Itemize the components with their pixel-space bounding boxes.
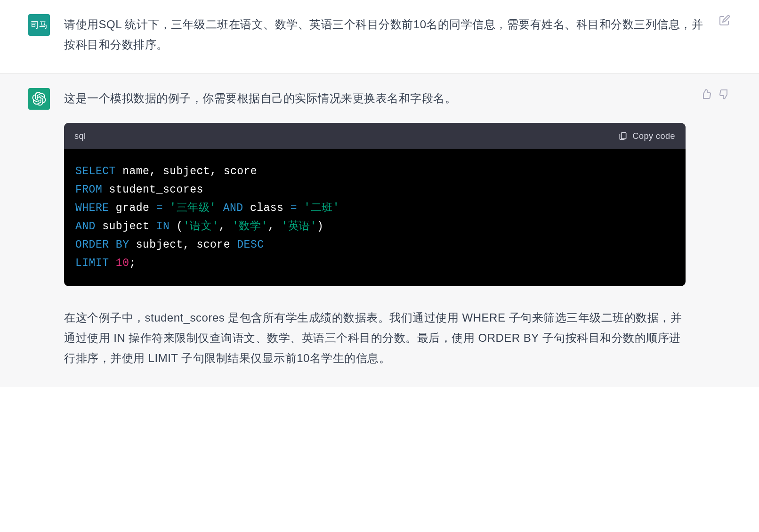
code-token: IN bbox=[156, 220, 170, 233]
clipboard-icon bbox=[618, 131, 628, 141]
code-token bbox=[297, 202, 304, 214]
code-token: ( bbox=[170, 220, 183, 233]
openai-logo-icon bbox=[32, 92, 46, 106]
code-token: , bbox=[268, 220, 282, 233]
code-token: '三年级' bbox=[170, 202, 216, 214]
assistant-avatar bbox=[28, 88, 50, 110]
assistant-actions bbox=[700, 88, 731, 368]
code-token bbox=[109, 257, 116, 269]
user-message-row: 司马 请使用SQL 统计下，三年级二班在语文、数学、英语三个科目分数前10名的同… bbox=[0, 0, 759, 74]
code-token: ORDER bbox=[75, 239, 109, 251]
code-body: SELECT name, subject, score FROM student… bbox=[64, 149, 686, 286]
user-message-content: 请使用SQL 统计下，三年级二班在语文、数学、英语三个科目分数前10名的同学信息… bbox=[64, 14, 704, 55]
code-token: LIMIT bbox=[75, 257, 109, 269]
code-token: WHERE bbox=[75, 202, 109, 214]
edit-icon[interactable] bbox=[719, 14, 731, 26]
user-avatar-text: 司马 bbox=[31, 19, 48, 31]
code-token: = bbox=[291, 202, 297, 214]
code-token: , bbox=[218, 220, 232, 233]
code-token: name, subject, score bbox=[116, 165, 257, 177]
code-token: DESC bbox=[237, 239, 264, 251]
code-token: BY bbox=[116, 239, 129, 251]
code-token bbox=[163, 202, 170, 214]
copy-code-button[interactable]: Copy code bbox=[618, 129, 675, 144]
code-block: sql Copy code SELECT name, subject, scor… bbox=[64, 123, 686, 286]
code-token: '英语' bbox=[281, 220, 317, 233]
code-token: subject, score bbox=[129, 239, 237, 251]
code-token: '数学' bbox=[232, 220, 268, 233]
code-token: SELECT bbox=[75, 165, 116, 177]
code-token: subject bbox=[96, 220, 156, 233]
code-token: ; bbox=[129, 257, 136, 269]
code-token: FROM bbox=[75, 184, 102, 196]
code-token: AND bbox=[223, 202, 243, 214]
code-token: '二班' bbox=[304, 202, 339, 214]
assistant-intro-text: 这是一个模拟数据的例子，你需要根据自己的实际情况来更换表名和字段名。 bbox=[64, 88, 686, 108]
code-token: class bbox=[243, 202, 291, 214]
assistant-message-content: 这是一个模拟数据的例子，你需要根据自己的实际情况来更换表名和字段名。 sql C… bbox=[64, 88, 686, 368]
copy-code-label: Copy code bbox=[632, 129, 675, 144]
thumbs-up-icon[interactable] bbox=[700, 88, 712, 100]
user-actions bbox=[719, 14, 731, 55]
code-token bbox=[216, 202, 223, 214]
code-token: student_scores bbox=[102, 184, 203, 196]
code-token: AND bbox=[75, 220, 96, 233]
code-token: '语文' bbox=[183, 220, 219, 233]
thumbs-down-icon[interactable] bbox=[719, 88, 731, 100]
user-message-text: 请使用SQL 统计下，三年级二班在语文、数学、英语三个科目分数前10名的同学信息… bbox=[64, 14, 704, 55]
assistant-explain-text: 在这个例子中，student_scores 是包含所有学生成绩的数据表。我们通过… bbox=[64, 307, 686, 369]
assistant-message-row: 这是一个模拟数据的例子，你需要根据自己的实际情况来更换表名和字段名。 sql C… bbox=[0, 74, 759, 387]
code-token: = bbox=[156, 202, 163, 214]
code-token: 10 bbox=[116, 257, 129, 269]
code-header: sql Copy code bbox=[64, 123, 686, 149]
svg-rect-0 bbox=[622, 132, 626, 138]
code-token: grade bbox=[109, 202, 156, 214]
user-avatar: 司马 bbox=[28, 14, 50, 36]
code-token: ) bbox=[317, 220, 323, 233]
code-language-label: sql bbox=[74, 129, 86, 144]
code-token bbox=[109, 239, 116, 251]
